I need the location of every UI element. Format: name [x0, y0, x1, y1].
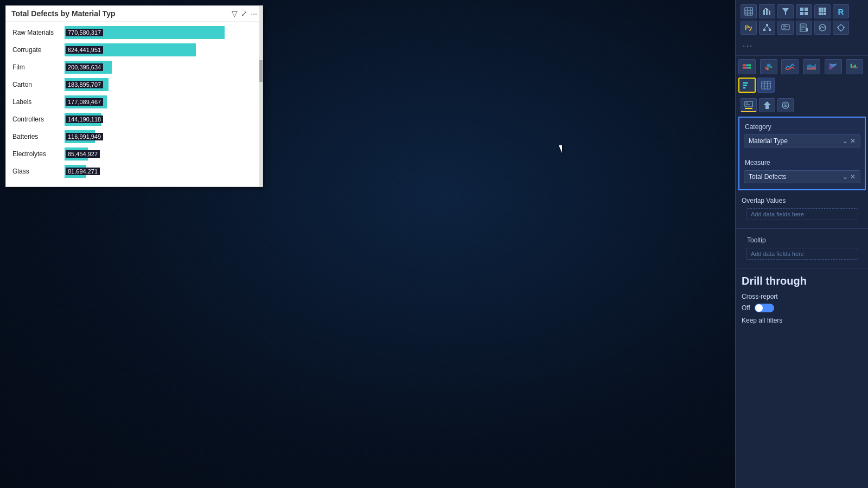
category-label: Category — [739, 120, 865, 133]
filter-tb-icon[interactable] — [777, 4, 794, 18]
svg-rect-59 — [743, 82, 748, 84]
bar-label: Film — [12, 63, 61, 71]
svg-rect-18 — [824, 10, 826, 12]
material-type-field[interactable]: Material Type ⌄ ✕ — [744, 134, 860, 147]
bar-value-label: 183,895,707 — [66, 81, 103, 88]
bar-row: Electrolytes85,454,927 — [12, 147, 256, 160]
svg-marker-71 — [763, 101, 771, 109]
scroll-thumb[interactable] — [259, 60, 263, 82]
bar-row: Labels177,089,467 — [12, 95, 256, 108]
toolbar-section: R Py Aa — [736, 0, 868, 56]
svg-rect-22 — [766, 24, 768, 26]
bar-container[interactable]: 85,454,927 — [65, 147, 256, 160]
bar-label: Controllers — [12, 115, 61, 123]
material-type-remove[interactable]: ✕ — [850, 137, 856, 145]
bar-container[interactable]: 183,895,707 — [65, 78, 256, 91]
grid-icon[interactable] — [796, 4, 812, 18]
customize-icon[interactable] — [833, 21, 849, 35]
svg-text:Aa: Aa — [783, 24, 787, 27]
smart-narrative-icon[interactable]: Aa — [777, 21, 794, 35]
svg-rect-46 — [746, 67, 749, 69]
toolbar-row-1: R — [741, 4, 864, 18]
keep-filters-label: Keep all filters — [742, 317, 863, 324]
bar-container[interactable]: 144,190,118 — [65, 113, 256, 126]
filter-icon[interactable]: ▽ — [232, 9, 238, 18]
svg-rect-12 — [805, 12, 808, 15]
more-options-icon[interactable]: ··· — [251, 9, 257, 18]
viz-scatter[interactable] — [760, 59, 777, 74]
svg-rect-15 — [824, 8, 826, 10]
bar-value-label: 770,580,317 — [66, 29, 103, 36]
viz-selected-bar[interactable] — [738, 78, 756, 93]
decomp-icon[interactable] — [759, 21, 775, 35]
total-defects-field[interactable]: Total Defects ⌄ ✕ — [744, 170, 860, 183]
svg-point-50 — [770, 66, 772, 68]
total-defects-chevron[interactable]: ⌄ — [843, 173, 848, 181]
vertical-scrollbar[interactable] — [259, 6, 263, 187]
format-icon[interactable] — [741, 98, 757, 112]
cross-report-toggle[interactable] — [755, 304, 774, 312]
bar-value-label: 144,190,118 — [66, 115, 103, 123]
anomaly-icon[interactable] — [814, 21, 831, 35]
grid2-icon[interactable] — [814, 4, 831, 18]
bar-container[interactable]: 770,580,317 — [65, 26, 256, 39]
R-icon[interactable]: R — [833, 4, 849, 18]
svg-rect-61 — [743, 87, 746, 89]
bar-container[interactable]: 177,089,467 — [65, 95, 256, 108]
bar-row: Glass81,694,271 — [12, 165, 256, 178]
data-fields-panel: Category Material Type ⌄ ✕ Measure Total… — [738, 117, 866, 190]
svg-rect-55 — [853, 66, 854, 68]
bar-container[interactable]: 81,694,271 — [65, 165, 256, 178]
svg-rect-67 — [745, 101, 752, 107]
svg-rect-60 — [743, 85, 747, 86]
viz-ribbon[interactable] — [825, 59, 842, 74]
bar-fill: 770,580,317 — [65, 26, 225, 39]
chart-icon-tb[interactable] — [759, 4, 775, 18]
bar-container[interactable]: 116,991,949 — [65, 130, 256, 143]
bar-label: Corrugate — [12, 46, 61, 54]
bar-row: Film200,395,634 — [12, 61, 256, 74]
py-icon[interactable]: Py — [741, 21, 757, 35]
table-icon[interactable] — [741, 4, 757, 18]
bar-container[interactable]: 200,395,634 — [65, 61, 256, 74]
svg-rect-11 — [800, 12, 803, 15]
tooltip-section: Tooltip Add data fields here — [736, 231, 868, 266]
viz-row2 — [736, 78, 868, 96]
svg-rect-58 — [851, 68, 858, 68]
bar-value-label: 85,454,927 — [66, 150, 100, 158]
drillthrough-icon[interactable] — [777, 98, 794, 112]
paginated-icon[interactable] — [796, 21, 812, 35]
svg-point-74 — [785, 105, 786, 106]
toolbar-row-2: Py Aa — [741, 21, 864, 35]
overlap-section: Overlap Values Add data fields here — [736, 192, 868, 226]
bar-label: Glass — [12, 168, 61, 175]
analytics-icon[interactable] — [759, 98, 775, 112]
svg-rect-16 — [819, 10, 821, 12]
viz-line[interactable] — [781, 59, 799, 74]
viz-waterfall[interactable] — [846, 59, 863, 74]
svg-rect-6 — [766, 9, 768, 15]
bar-fill: 116,991,949 — [65, 130, 95, 143]
material-type-chevron[interactable]: ⌄ — [843, 137, 848, 145]
svg-rect-47 — [749, 67, 751, 69]
viz-area[interactable] — [803, 59, 820, 74]
svg-rect-19 — [819, 13, 821, 15]
viz-stacked-bar[interactable] — [738, 59, 756, 74]
drill-through-title: Drill through — [742, 275, 863, 287]
overlap-add-fields: Add data fields here — [746, 208, 858, 220]
svg-rect-17 — [821, 10, 824, 12]
svg-rect-42 — [743, 65, 745, 67]
bar-value-label: 116,991,949 — [66, 133, 103, 140]
bar-row: Controllers144,190,118 — [12, 113, 256, 126]
total-defects-remove[interactable]: ✕ — [850, 173, 856, 181]
svg-rect-62 — [762, 81, 770, 89]
bar-value-label: 200,395,634 — [66, 63, 103, 71]
measure-label: Measure — [739, 156, 865, 169]
svg-rect-21 — [824, 13, 826, 15]
expand-icon[interactable]: ⤢ — [241, 9, 247, 18]
svg-rect-45 — [743, 67, 746, 69]
svg-rect-20 — [821, 13, 824, 15]
bar-row: Batteries116,991,949 — [12, 130, 256, 143]
bar-container[interactable]: 624,441,951 — [65, 43, 256, 56]
viz-matrix[interactable] — [757, 78, 775, 93]
